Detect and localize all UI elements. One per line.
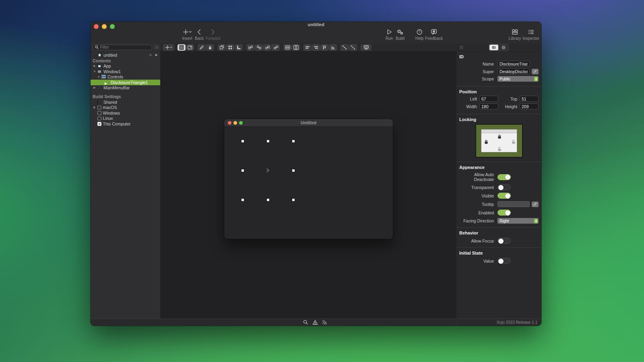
value-toggle[interactable] bbox=[497, 258, 511, 264]
chevron-right-icon[interactable]: ▶ bbox=[93, 64, 96, 68]
allow-focus-toggle[interactable] bbox=[497, 238, 511, 244]
design-minimize-button[interactable] bbox=[233, 121, 237, 125]
chevron-right-icon[interactable]: ▶ bbox=[93, 86, 96, 89]
history-forward-icon[interactable]: ▶ bbox=[155, 53, 158, 57]
lock-top-link-icon[interactable] bbox=[263, 44, 271, 51]
library-button[interactable]: Library bbox=[509, 29, 521, 41]
build-button[interactable]: Build bbox=[396, 29, 405, 41]
allow-auto-deactivate-row: Allow Auto Deactivate bbox=[459, 172, 539, 182]
this-computer-checkbox[interactable] bbox=[97, 122, 101, 126]
left-field[interactable] bbox=[479, 96, 498, 102]
chevron-down-icon[interactable]: ▼ bbox=[93, 70, 96, 73]
align-right-button[interactable] bbox=[312, 44, 320, 51]
add-control-button[interactable] bbox=[163, 44, 174, 51]
history-back-icon[interactable]: ◀ bbox=[149, 53, 151, 57]
help-button[interactable]: ? Help bbox=[415, 29, 424, 41]
super-field[interactable] bbox=[497, 68, 530, 74]
sidebar-item-shared[interactable]: Shared bbox=[91, 99, 160, 105]
duplicate-button[interactable] bbox=[218, 44, 226, 51]
enabled-toggle[interactable] bbox=[497, 210, 511, 216]
lock-bottom-unlocked-icon[interactable] bbox=[497, 147, 502, 152]
align-left-button[interactable] bbox=[303, 44, 312, 51]
tab-advanced-panel[interactable] bbox=[499, 45, 508, 50]
selection-handle-bottom-left[interactable] bbox=[242, 199, 244, 201]
sidebar-item-disclosuretriangle1[interactable]: ▶ DisclosureTriangle1 bbox=[91, 80, 160, 85]
pencil-mode-button[interactable] bbox=[198, 44, 206, 51]
sidebar-item-controls[interactable]: ▼ Controls bbox=[91, 74, 160, 80]
sidebar-item-linux[interactable]: Linux bbox=[91, 116, 160, 121]
tab-id-panel[interactable]: ID bbox=[489, 45, 498, 50]
inspector-drag-handle[interactable] bbox=[460, 45, 463, 49]
top-field[interactable] bbox=[520, 96, 539, 102]
sidebar-item-windows[interactable]: Windows bbox=[91, 110, 160, 116]
design-window[interactable]: Untitled bbox=[224, 119, 393, 239]
lock-top-locked-icon[interactable] bbox=[497, 134, 502, 139]
feed-icon[interactable] bbox=[322, 320, 327, 325]
width-field[interactable] bbox=[479, 103, 498, 109]
selection-handle-middle-right[interactable] bbox=[292, 169, 295, 172]
pane-drag-handle[interactable] bbox=[155, 45, 158, 49]
facing-direction-dropdown[interactable]: Right bbox=[497, 218, 539, 224]
lock-left-locked-icon[interactable] bbox=[484, 140, 489, 144]
lock-button[interactable] bbox=[206, 44, 214, 51]
windows-checkbox[interactable] bbox=[97, 111, 101, 115]
lock-bottom-link-icon[interactable] bbox=[272, 44, 280, 51]
sidebar-item-app[interactable]: ▶ App bbox=[91, 64, 160, 69]
disclosure-triangle-control[interactable] bbox=[266, 168, 270, 173]
selection-handle-top-right[interactable] bbox=[292, 140, 295, 142]
height-resize-button[interactable] bbox=[292, 44, 300, 51]
tooltip-field[interactable] bbox=[497, 201, 530, 207]
align-top-button[interactable] bbox=[320, 44, 328, 51]
inspector-button[interactable]: Inspector bbox=[522, 29, 539, 41]
tab-order-button[interactable] bbox=[186, 44, 194, 51]
chevron-down-icon[interactable]: ▼ bbox=[97, 76, 100, 78]
run-button[interactable]: Run bbox=[386, 29, 393, 41]
sidebar-item-window1[interactable]: ▼ Window1 bbox=[91, 69, 160, 74]
filter-input[interactable] bbox=[100, 45, 150, 49]
id-section: ID Name Super Scope Public bbox=[456, 51, 541, 86]
search-icon[interactable] bbox=[303, 320, 308, 325]
allow-auto-deactivate-toggle[interactable] bbox=[497, 174, 511, 180]
macos-checkbox[interactable] bbox=[97, 106, 101, 110]
project-row[interactable]: untitled ◀▶ bbox=[91, 52, 160, 58]
lock-right-unlocked-icon[interactable] bbox=[511, 140, 516, 144]
lock-right-link-icon[interactable] bbox=[255, 44, 263, 51]
scope-row: Scope Public bbox=[459, 76, 539, 82]
arrange-squares-button[interactable] bbox=[226, 44, 234, 51]
back-button[interactable]: Back bbox=[195, 29, 204, 41]
align-bottom-button[interactable] bbox=[329, 44, 337, 51]
forward-button[interactable]: Forward bbox=[206, 29, 221, 41]
insert-button[interactable]: Insert bbox=[182, 29, 192, 41]
design-zoom-button[interactable] bbox=[239, 121, 243, 125]
show-grid-toggle[interactable] bbox=[178, 44, 186, 51]
linux-checkbox[interactable] bbox=[97, 117, 101, 121]
scope-dropdown[interactable]: Public bbox=[497, 76, 539, 82]
sidebar-item-mainmenubar[interactable]: ▶ MainMenuBar bbox=[91, 85, 160, 91]
layout-editor-canvas[interactable]: Untitled bbox=[161, 51, 456, 319]
selection-handle-middle-left[interactable] bbox=[242, 169, 244, 172]
selection-handle-top-center[interactable] bbox=[267, 140, 269, 142]
feedback-button[interactable]: Feedback bbox=[425, 29, 443, 41]
space-vertically-button[interactable] bbox=[349, 44, 357, 51]
space-horizontally-button[interactable] bbox=[341, 44, 349, 51]
selection-handle-bottom-center[interactable] bbox=[267, 199, 269, 201]
tooltip-edit-button[interactable] bbox=[532, 202, 539, 207]
selection-handle-bottom-right[interactable] bbox=[292, 199, 295, 201]
lock-left-link-icon[interactable] bbox=[246, 44, 254, 51]
filter-search-field[interactable] bbox=[93, 45, 152, 50]
width-resize-button[interactable] bbox=[283, 44, 291, 51]
design-close-button[interactable] bbox=[228, 121, 231, 125]
screen-preview-button[interactable] bbox=[361, 44, 372, 51]
selection-handle-top-left[interactable] bbox=[242, 140, 244, 142]
warning-icon[interactable] bbox=[312, 320, 318, 325]
visible-toggle[interactable] bbox=[497, 193, 511, 199]
locking-diagram[interactable] bbox=[475, 124, 523, 158]
corner-anchor-button[interactable] bbox=[235, 44, 243, 51]
super-edit-button[interactable] bbox=[532, 69, 539, 74]
sidebar-item-macos[interactable]: ▶ macOS bbox=[91, 105, 160, 111]
chevron-right-icon[interactable]: ▶ bbox=[93, 106, 96, 109]
height-field[interactable] bbox=[520, 103, 539, 109]
name-field[interactable] bbox=[497, 61, 530, 67]
sidebar-item-this-computer[interactable]: This Computer bbox=[91, 121, 160, 127]
transparent-toggle[interactable] bbox=[497, 184, 511, 190]
